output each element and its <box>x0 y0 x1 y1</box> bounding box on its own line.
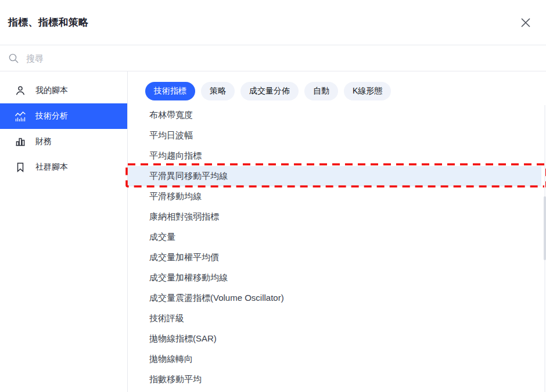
search-icon <box>8 53 19 64</box>
sidebar-item-community-scripts[interactable]: 社群腳本 <box>0 154 127 180</box>
chip-auto[interactable]: 自動 <box>304 82 338 100</box>
scrollbar-thumb[interactable] <box>544 196 546 260</box>
indicator-row[interactable]: 成交量 <box>128 227 541 247</box>
indicator-row[interactable]: 平均趨向指標 <box>128 146 541 166</box>
sidebar-item-financials[interactable]: 財務 <box>0 129 127 154</box>
sidebar: 我的腳本 技術分析 <box>0 71 128 392</box>
indicator-list: 布林帶寬度 平均日波幅 平均趨向指標 平滑異同移動平均線 平滑移動均線 康納相對… <box>128 105 541 390</box>
indicator-row[interactable]: 布林帶寬度 <box>128 105 541 125</box>
sidebar-item-label: 我的腳本 <box>35 85 68 96</box>
sidebar-item-label: 社群腳本 <box>35 162 68 172</box>
chip-strategies[interactable]: 策略 <box>201 82 235 100</box>
sidebar-item-label: 財務 <box>35 136 52 147</box>
indicator-row[interactable]: 成交量震盪指標(Volume Oscillator) <box>128 288 541 308</box>
dialog-body: 我的腳本 技術分析 <box>0 71 546 392</box>
indicator-row[interactable]: 平滑移動均線 <box>128 186 541 207</box>
chip-volume-profile[interactable]: 成交量分佈 <box>240 82 299 100</box>
sidebar-item-label: 技術分析 <box>35 111 68 121</box>
indicator-row-macd-highlighted[interactable]: 平滑異同移動平均線 <box>128 166 541 186</box>
close-icon <box>519 16 532 29</box>
chip-candlestick-patterns[interactable]: K線形態 <box>344 82 391 100</box>
user-icon <box>14 85 27 96</box>
sidebar-item-technicals[interactable]: 技術分析 <box>0 103 127 129</box>
close-button[interactable] <box>517 14 534 31</box>
bookmark-icon <box>14 161 27 173</box>
indicator-row[interactable]: 成交量加權平均價 <box>128 247 541 268</box>
indicator-row[interactable]: 平均日波幅 <box>128 125 541 146</box>
indicator-panel: 技術指標 策略 成交量分佈 自動 K線形態 布林帶寬度 平均日波幅 平均趨向指標… <box>128 71 546 392</box>
dialog-header: 指標、指標和策略 <box>0 0 546 45</box>
dialog-title: 指標、指標和策略 <box>8 16 88 29</box>
chip-technical-indicators[interactable]: 技術指標 <box>145 82 195 100</box>
indicator-row[interactable]: 技術評級 <box>128 308 541 329</box>
financials-icon <box>14 136 27 148</box>
search-bar <box>0 45 546 71</box>
search-input[interactable] <box>25 53 538 64</box>
sidebar-item-my-scripts[interactable]: 我的腳本 <box>0 78 127 103</box>
technicals-icon <box>14 110 27 122</box>
indicator-row[interactable]: 拋物線轉向 <box>128 349 541 369</box>
indicator-row[interactable]: 指數移動平均 <box>128 369 541 390</box>
indicator-row[interactable]: 康納相對強弱指標 <box>128 207 541 227</box>
indicators-dialog: 指標、指標和策略 我的腳本 <box>0 0 546 392</box>
indicator-row[interactable]: 拋物線指標(SAR) <box>128 329 541 349</box>
indicator-row[interactable]: 成交量加權移動均線 <box>128 268 541 288</box>
filter-chips: 技術指標 策略 成交量分佈 自動 K線形態 <box>128 71 546 100</box>
